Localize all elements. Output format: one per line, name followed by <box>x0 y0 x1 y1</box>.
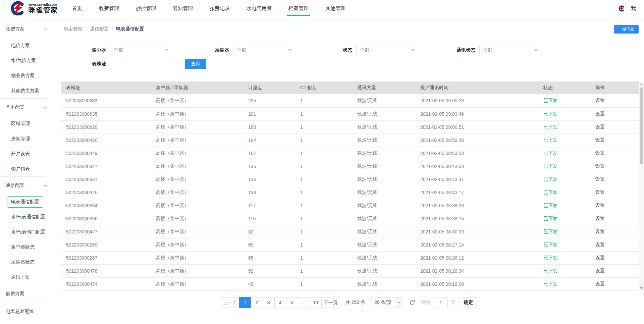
table-row: 502203000420高楼（集中器）1841载波/无线2021-02-05 0… <box>61 133 639 147</box>
table-row: 502203000396高楼（集中器）1161载波/无线2021-02-05 0… <box>61 212 639 225</box>
sidebar-item[interactable]: 集中器状态 <box>0 239 54 255</box>
sidebar-section-header-0[interactable]: 收费方案 <box>0 20 54 38</box>
cell-time: 2021-02-05 08:43:58 <box>416 160 539 173</box>
sidebar-item-label: 物业费方案 <box>11 73 35 79</box>
cell-action[interactable]: 设置 <box>591 212 639 225</box>
sidebar-item[interactable]: 采集器状态 <box>0 255 54 270</box>
sidebar-item[interactable]: 电价方案 <box>0 38 54 53</box>
breadcrumb-item[interactable]: 通信配置 <box>90 26 109 32</box>
sidebar-section-header-1[interactable]: 基本配置 <box>0 99 54 116</box>
sidebar-item[interactable]: 水/气价方案 <box>0 53 54 68</box>
collector-select[interactable]: 全部 <box>233 46 295 55</box>
nav-item-4[interactable]: 扣费记录 <box>201 0 238 17</box>
table-body: 502203000633高楼（集中器）2051载波/无线2021-02-05 0… <box>61 94 639 290</box>
user-menu-label[interactable]: 我 <box>631 5 636 12</box>
cell-action[interactable]: 设置 <box>591 173 639 186</box>
table-row: 502203000327高楼（集中器）1361载波/无线2021-02-05 0… <box>61 160 639 173</box>
sidebar-item[interactable]: 其他费用方案 <box>0 83 54 98</box>
sidebar-item[interactable]: 水/气表通信配置 <box>0 209 54 224</box>
cell-action[interactable]: 设置 <box>591 94 639 107</box>
sidebar-item[interactable]: 物业费方案 <box>0 68 54 83</box>
page-button[interactable]: 5 <box>286 297 298 308</box>
cell-time: 2021-02-05 08:38:15 <box>416 212 539 225</box>
sidebar-section-header-3[interactable]: 催费方案 <box>0 285 54 303</box>
status-select[interactable]: 全部 <box>356 46 418 55</box>
nav-item-1[interactable]: 收费管理 <box>91 0 127 17</box>
prev-page-button[interactable]: 上一页 <box>221 297 239 308</box>
cell-ct: 1 <box>296 107 353 120</box>
dropdown-arrow-icon <box>411 49 415 51</box>
sidebar-item-label: 电价方案 <box>11 43 30 49</box>
user-avatar[interactable] <box>616 3 627 14</box>
cell-action[interactable]: 设置 <box>591 186 639 199</box>
chevron-down-icon <box>395 298 403 308</box>
cell-action[interactable]: 设置 <box>591 199 639 212</box>
sidebar-item[interactable]: 区域管理 <box>0 116 54 131</box>
goto-page-suffix: 页 <box>451 300 455 306</box>
cell-action[interactable]: 设置 <box>591 120 639 133</box>
scrollbar-down-icon[interactable] <box>639 285 644 290</box>
nav-item-2[interactable]: 抄控管理 <box>127 0 164 17</box>
page-size-select[interactable]: 20 条/页 <box>371 297 403 308</box>
page-button[interactable]: 4 <box>274 297 286 308</box>
page-button[interactable]: 3 <box>263 297 275 308</box>
scrollbar-up-icon[interactable] <box>639 82 644 87</box>
sidebar-item[interactable]: 水/气表阀门配置 <box>0 224 54 239</box>
cell-point: 82 <box>244 225 296 238</box>
brand-name: 咪雀管家 <box>29 6 58 14</box>
breadcrumb-item[interactable]: 档案管理 <box>64 26 83 32</box>
cell-action[interactable]: 设置 <box>591 225 639 238</box>
filter-row-1: 集中器 全部 采集器 全部 状态 全部 <box>54 46 644 55</box>
brand-logo[interactable]: www.csyndb.com 咪雀管家 <box>8 1 59 15</box>
cell-action[interactable]: 设置 <box>591 147 639 160</box>
sidebar-item-label: 电表通信配置 <box>7 196 43 208</box>
cell-action[interactable]: 设置 <box>591 238 639 251</box>
nav-item-3[interactable]: 通知管理 <box>164 0 201 17</box>
cell-scheme: 载波/无线 <box>353 186 416 199</box>
cell-status: 已下发 <box>539 199 591 212</box>
goto-confirm-button[interactable]: 确定 <box>460 297 477 308</box>
cell-point: 52 <box>244 264 296 277</box>
sidebar-item[interactable]: 电表通信配置 <box>0 194 54 209</box>
search-button[interactable]: 查询 <box>185 59 206 69</box>
page-button[interactable]: 1 <box>239 297 251 308</box>
cell-status: 已下发 <box>539 133 591 147</box>
sidebar-item[interactable]: 销户销表 <box>0 161 54 176</box>
column-header: 通讯方案 <box>353 82 416 94</box>
cell-point: 65 <box>244 251 296 264</box>
filter-meter-address: 表地址 <box>54 59 177 69</box>
nav-item-5[interactable]: 水电气用量 <box>238 0 280 17</box>
refresh-icon[interactable] <box>409 300 415 306</box>
meter-address-input[interactable] <box>110 59 172 69</box>
dispatch-all-button[interactable]: 一键下发 <box>614 25 639 34</box>
sidebar-item[interactable]: 通讯方案 <box>0 270 54 285</box>
cell-concentrator: 高楼（集中器） <box>151 186 244 199</box>
filter-comm-status: 通讯状态 全部 <box>423 46 546 55</box>
concentrator-select[interactable]: 全部 <box>110 46 172 55</box>
next-page-button[interactable]: 下一页 <box>321 297 340 308</box>
nav-item-7[interactable]: 其他管理 <box>317 0 354 17</box>
cell-action[interactable]: 设置 <box>591 251 639 264</box>
cell-point: 205 <box>244 94 296 107</box>
page-ellipsis[interactable]: ... <box>298 297 310 308</box>
cell-action[interactable]: 设置 <box>591 277 639 290</box>
page-button[interactable]: 13 <box>310 297 322 308</box>
comm-status-select[interactable]: 全部 <box>479 46 541 55</box>
sidebar-section-header-4[interactable]: 电表总表配置 <box>0 303 54 320</box>
goto-page-input[interactable] <box>434 297 448 308</box>
cell-action[interactable]: 设置 <box>591 160 639 173</box>
table-row: 502203000474高楼（集中器）481载波/无线2021-02-05 08… <box>61 277 639 290</box>
cell-action[interactable]: 设置 <box>591 107 639 120</box>
cell-action[interactable]: 设置 <box>591 264 639 277</box>
scrollbar-thumb[interactable] <box>640 88 643 164</box>
cell-action[interactable]: 设置 <box>591 133 639 147</box>
page-button[interactable]: 2 <box>251 297 263 308</box>
vertical-scrollbar[interactable] <box>639 82 644 290</box>
sidebar-section-header-2[interactable]: 通信配置 <box>0 177 54 194</box>
nav-item-0[interactable]: 首页 <box>64 0 91 17</box>
cell-point: 48 <box>244 277 296 290</box>
sidebar-item[interactable]: 房间管理 <box>0 131 54 146</box>
nav-menu: 首页收费管理抄控管理通知管理扣费记录水电气用量档案管理其他管理 <box>64 0 354 17</box>
sidebar-item[interactable]: 开户设表 <box>0 146 54 161</box>
nav-item-6[interactable]: 档案管理 <box>280 0 317 17</box>
